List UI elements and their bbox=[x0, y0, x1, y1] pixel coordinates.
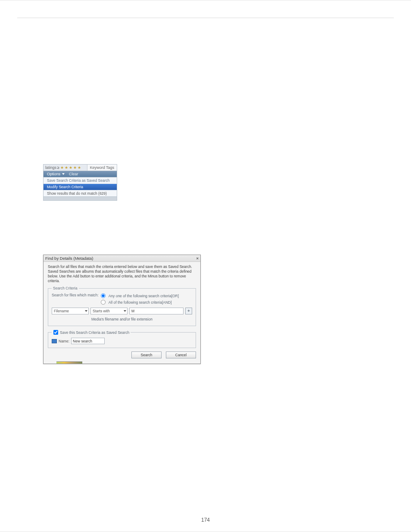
save-search-checkbox[interactable] bbox=[53, 330, 58, 335]
page-content bbox=[17, 18, 394, 18]
add-criteria-button[interactable]: + bbox=[185, 308, 192, 314]
search-button[interactable]: Search bbox=[131, 352, 162, 358]
criteria-field-select[interactable]: Filename bbox=[52, 308, 89, 314]
options-row: Options Clear bbox=[44, 171, 117, 177]
radio-or[interactable]: Any one of the following search criteria… bbox=[100, 293, 179, 299]
clear-button[interactable]: Clear bbox=[69, 172, 78, 176]
radio-or-input[interactable] bbox=[101, 293, 106, 298]
match-mode-row: Search for files which match: Any one of… bbox=[52, 293, 192, 305]
document-page: latings ≥ ★ ★ ★ ★ ★ Keyword Tags Options… bbox=[0, 0, 411, 532]
star-icon: ★ bbox=[73, 165, 77, 170]
name-label: Name: bbox=[59, 339, 69, 343]
chevron-down-icon bbox=[85, 310, 87, 312]
radio-or-label: Any one of the following search criteria… bbox=[109, 294, 179, 298]
menu-item-show-no-match[interactable]: Show results that do not match (629) bbox=[44, 190, 117, 196]
save-name-row: Name: bbox=[52, 338, 192, 344]
match-options: Any one of the following search criteria… bbox=[100, 293, 179, 305]
match-label: Search for files which match: bbox=[52, 293, 99, 297]
thumbnail-strip bbox=[56, 361, 82, 364]
find-by-details-dialog: Find by Details (Metadata) × Search for … bbox=[43, 255, 201, 364]
dialog-description: Search for all files that match the crit… bbox=[48, 264, 196, 283]
star-icon: ★ bbox=[69, 165, 72, 170]
drag-handle[interactable] bbox=[44, 196, 117, 200]
options-label: Options bbox=[47, 172, 60, 176]
star-icon: ★ bbox=[60, 165, 64, 170]
chevron-down-icon bbox=[124, 310, 126, 312]
filter-bar: latings ≥ ★ ★ ★ ★ ★ Keyword Tags bbox=[44, 165, 117, 171]
saved-search-icon bbox=[52, 339, 57, 343]
close-icon[interactable]: × bbox=[196, 256, 199, 261]
criteria-field-value: Filename bbox=[54, 309, 69, 313]
search-criteria-group: Search Criteria Search for files which m… bbox=[48, 286, 196, 326]
criteria-row: Filename Starts with + bbox=[52, 308, 192, 314]
options-dropdown-screenshot: latings ≥ ★ ★ ★ ★ ★ Keyword Tags Options… bbox=[43, 164, 117, 201]
ratings-filter[interactable]: latings ≥ ★ ★ ★ ★ ★ bbox=[44, 165, 87, 171]
cancel-button[interactable]: Cancel bbox=[166, 352, 196, 358]
keyword-tags-filter[interactable]: Keyword Tags bbox=[87, 165, 117, 171]
dialog-titlebar: Find by Details (Metadata) × bbox=[44, 255, 200, 262]
radio-and[interactable]: All of the following search criteria[AND… bbox=[100, 299, 179, 305]
save-search-legend: Save this Search Criteria as Saved Searc… bbox=[52, 330, 131, 335]
criteria-value-input[interactable] bbox=[129, 308, 184, 314]
options-menu: Save Search Criteria as Saved Search Mod… bbox=[44, 177, 117, 196]
dialog-footer: Search Cancel bbox=[48, 352, 196, 358]
star-icon: ★ bbox=[78, 165, 81, 170]
menu-item-modify-search[interactable]: Modify Search Criteria bbox=[44, 184, 117, 190]
top-rule bbox=[17, 18, 394, 18]
dialog-title: Find by Details (Metadata) bbox=[45, 256, 93, 261]
ratings-op: ≥ bbox=[57, 165, 59, 170]
radio-and-label: All of the following search criteria[AND… bbox=[109, 300, 172, 305]
menu-item-save-search[interactable]: Save Search Criteria as Saved Search bbox=[44, 177, 117, 184]
save-search-group: Save this Search Criteria as Saved Searc… bbox=[48, 330, 196, 348]
ratings-label: latings bbox=[45, 165, 56, 170]
criteria-hint: Media's filename and/or file extension bbox=[52, 317, 192, 321]
criteria-operator-value: Starts with bbox=[93, 309, 110, 313]
dropdown-icon bbox=[62, 173, 65, 175]
options-button[interactable]: Options bbox=[45, 172, 66, 176]
dialog-body: Search for all files that match the crit… bbox=[44, 262, 200, 362]
search-criteria-legend: Search Criteria bbox=[52, 286, 79, 290]
page-number: 174 bbox=[0, 517, 411, 523]
save-search-label: Save this Search Criteria as Saved Searc… bbox=[60, 330, 129, 335]
radio-and-input[interactable] bbox=[101, 300, 106, 305]
criteria-operator-select[interactable]: Starts with bbox=[90, 308, 128, 314]
star-icon: ★ bbox=[65, 165, 68, 170]
saved-search-name-input[interactable] bbox=[71, 338, 105, 344]
